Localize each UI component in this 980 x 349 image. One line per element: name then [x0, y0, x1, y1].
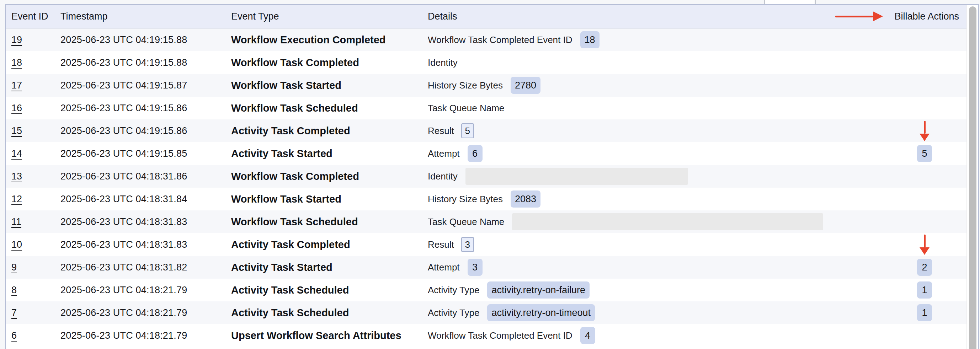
event-type: Workflow Execution Completed: [231, 34, 386, 46]
event-type: Upsert Workflow Search Attributes: [231, 330, 401, 341]
details-cell: Attempt3: [428, 259, 883, 276]
timestamp: 2025-06-23 UTC 04:19:15.86: [60, 103, 187, 113]
details-cell: Workflow Task Completed Event ID18: [428, 31, 883, 48]
detail-label: Activity Type: [428, 308, 479, 319]
timestamp-cell: 2025-06-23 UTC 04:18:31.86: [60, 171, 231, 182]
timestamp: 2025-06-23 UTC 04:19:15.87: [60, 80, 187, 90]
event-id-link[interactable]: 10: [11, 239, 22, 250]
details-cell: Result3: [428, 237, 883, 252]
details-cell: History Size Bytes2083: [428, 190, 883, 208]
timestamp: 2025-06-23 UTC 04:19:15.88: [60, 35, 187, 45]
detail-value-chip: activity.retry-on-timeout: [487, 304, 595, 321]
event-id-cell: 19: [11, 35, 60, 46]
table-row: 172025-06-23 UTC 04:19:15.87Workflow Tas…: [6, 74, 966, 97]
event-history-table: Event ID Timestamp Event Type Details Bi…: [5, 4, 979, 349]
timestamp-cell: 2025-06-23 UTC 04:18:31.83: [60, 239, 231, 250]
detail-label: Result: [428, 239, 454, 250]
arrow-shaft: [924, 121, 926, 133]
event-type: Workflow Task Completed: [231, 171, 359, 182]
column-header-timestamp[interactable]: Timestamp: [60, 11, 231, 22]
detail-label: Task Queue Name: [428, 103, 504, 114]
event-id-link[interactable]: 8: [11, 285, 17, 295]
event-id-cell: 18: [11, 57, 60, 68]
timestamp: 2025-06-23 UTC 04:18:31.82: [60, 262, 187, 273]
event-id-link[interactable]: 19: [11, 35, 22, 45]
table-body: 192025-06-23 UTC 04:19:15.88Workflow Exe…: [6, 29, 966, 347]
redacted-value-block: [512, 213, 823, 230]
event-id-link[interactable]: 15: [11, 125, 22, 136]
table-header-row: Event ID Timestamp Event Type Details Bi…: [6, 5, 966, 29]
timestamp-cell: 2025-06-23 UTC 04:19:15.88: [60, 57, 231, 68]
detail-label: Workflow Task Completed Event ID: [428, 35, 573, 46]
timestamp-cell: 2025-06-23 UTC 04:18:31.82: [60, 262, 231, 273]
event-type: Activity Task Scheduled: [231, 307, 349, 319]
scrollbar-track[interactable]: [966, 5, 978, 349]
event-type-cell: Activity Task Completed: [231, 239, 428, 251]
event-type-cell: Workflow Task Started: [231, 79, 428, 91]
column-header-event-id[interactable]: Event ID: [11, 11, 60, 22]
detail-value-chip: 3: [461, 237, 474, 252]
event-id-link[interactable]: 12: [11, 194, 22, 205]
details-cell: Identity: [428, 168, 883, 185]
event-id-cell: 11: [11, 216, 60, 227]
details-cell: Attempt6: [428, 145, 883, 162]
event-id-link[interactable]: 13: [11, 171, 22, 182]
event-id-link[interactable]: 18: [11, 57, 22, 68]
column-header-event-type[interactable]: Event Type: [231, 11, 428, 22]
event-id-link[interactable]: 9: [11, 262, 17, 273]
event-id-cell: 9: [11, 262, 60, 273]
timestamp: 2025-06-23 UTC 04:18:31.83: [60, 239, 187, 250]
timestamp: 2025-06-23 UTC 04:18:21.79: [60, 330, 187, 341]
billable-actions-count: 2: [917, 259, 932, 276]
billable-actions-cell: [883, 233, 966, 256]
detail-value-chip: 5: [461, 123, 474, 138]
detail-label: History Size Bytes: [428, 80, 503, 91]
arrow-shaft: [835, 16, 873, 17]
event-id-link[interactable]: 7: [11, 308, 17, 318]
event-id-link[interactable]: 11: [11, 216, 21, 227]
details-cell: Identity: [428, 57, 883, 68]
timestamp-cell: 2025-06-23 UTC 04:18:21.79: [60, 330, 231, 341]
table-row: 62025-06-23 UTC 04:18:21.79Upsert Workfl…: [6, 324, 966, 347]
column-header-billable-actions[interactable]: Billable Actions: [883, 5, 966, 28]
event-id-link[interactable]: 16: [11, 103, 22, 113]
table-row: 162025-06-23 UTC 04:19:15.86Workflow Tas…: [6, 97, 966, 119]
detail-label: Workflow Task Completed Event ID: [428, 330, 573, 341]
event-type: Activity Task Started: [231, 262, 332, 273]
detail-label: Result: [428, 125, 454, 136]
event-id-link[interactable]: 6: [11, 330, 17, 341]
timestamp-cell: 2025-06-23 UTC 04:19:15.87: [60, 80, 231, 91]
billable-actions-cell: 5: [883, 142, 966, 165]
timestamp-cell: 2025-06-23 UTC 04:19:15.88: [60, 35, 231, 46]
billable-actions-cell: [883, 210, 966, 233]
event-id-cell: 13: [11, 171, 60, 182]
top-toolbar-cutoff: [0, 0, 980, 4]
event-type-cell: Workflow Execution Completed: [231, 34, 428, 46]
event-type: Activity Task Started: [231, 148, 332, 159]
event-type-cell: Activity Task Started: [231, 262, 428, 273]
event-type-cell: Workflow Task Completed: [231, 57, 428, 68]
event-type-cell: Workflow Task Scheduled: [231, 102, 428, 114]
arrow-shaft: [924, 235, 926, 247]
timestamp: 2025-06-23 UTC 04:19:15.85: [60, 148, 187, 159]
column-header-details[interactable]: Details: [428, 11, 883, 22]
scrollbar-thumb[interactable]: [969, 6, 977, 349]
detail-label: Attempt: [428, 262, 460, 273]
detail-label: History Size Bytes: [428, 194, 503, 205]
timestamp: 2025-06-23 UTC 04:18:31.84: [60, 194, 187, 205]
toolbar-button-cutoff[interactable]: [764, 0, 816, 4]
event-id-link[interactable]: 14: [11, 148, 22, 159]
details-cell: Result5: [428, 123, 883, 138]
timestamp: 2025-06-23 UTC 04:19:15.86: [60, 125, 187, 136]
billable-actions-cell: [883, 119, 966, 142]
red-down-arrow-icon: [920, 235, 929, 255]
event-type-cell: Workflow Task Started: [231, 194, 428, 205]
timestamp: 2025-06-23 UTC 04:18:21.79: [60, 308, 187, 318]
timestamp-cell: 2025-06-23 UTC 04:19:15.85: [60, 148, 231, 159]
detail-label: Identity: [428, 171, 458, 182]
event-id-link[interactable]: 17: [11, 80, 22, 90]
event-type: Workflow Task Started: [231, 194, 341, 205]
timestamp: 2025-06-23 UTC 04:19:15.88: [60, 57, 187, 68]
event-type: Workflow Task Scheduled: [231, 102, 358, 114]
timestamp-cell: 2025-06-23 UTC 04:18:31.83: [60, 216, 231, 227]
